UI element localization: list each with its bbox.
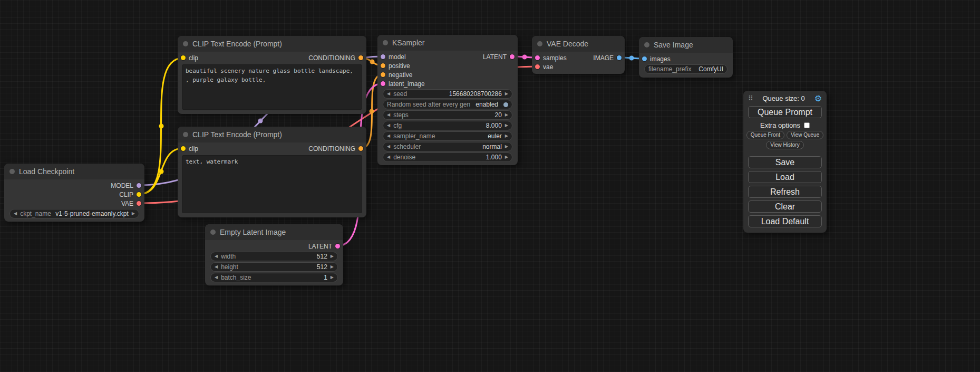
increment-arrow-icon[interactable]: ▶ — [505, 110, 508, 120]
load-button[interactable]: Load — [748, 171, 822, 183]
queue-prompt-button[interactable]: Queue Prompt — [748, 106, 822, 118]
node-title-bar[interactable]: Save Image — [639, 37, 733, 53]
decrement-arrow-icon[interactable]: ◀ — [14, 209, 17, 218]
output-dot-conditioning[interactable] — [358, 55, 363, 60]
input-dot-model[interactable] — [381, 54, 385, 59]
node-load-checkpoint[interactable]: Load Checkpoint MODEL CLIP VAE ◀ ckpt_na… — [4, 164, 144, 222]
output-dot-latent[interactable] — [335, 244, 340, 249]
node-ksampler[interactable]: KSampler model LATENT positive negative — [377, 35, 518, 165]
input-label-model: model — [389, 53, 406, 61]
decrement-arrow-icon[interactable]: ◀ — [215, 273, 218, 282]
increment-arrow-icon[interactable]: ▶ — [505, 131, 508, 141]
input-label-latent-image: latent_image — [389, 80, 425, 88]
input-dot-negative[interactable] — [381, 72, 385, 77]
widget-cfg[interactable]: ◀ cfg 8.000 ▶ — [383, 121, 512, 130]
node-title-bar[interactable]: VAE Decode — [532, 36, 625, 52]
prompt-textarea[interactable]: text, watermark — [182, 155, 362, 213]
drag-handle-icon[interactable]: ⠿ — [748, 94, 753, 102]
widget-steps[interactable]: ◀ steps 20 ▶ — [383, 110, 512, 120]
widget-label: denoise — [393, 154, 415, 161]
input-dot-vae[interactable] — [535, 64, 540, 69]
output-dot-image[interactable] — [617, 55, 622, 60]
decrement-arrow-icon[interactable]: ◀ — [387, 121, 390, 130]
increment-arrow-icon[interactable]: ▶ — [505, 142, 508, 151]
node-clip-text-encode-negative[interactable]: CLIP Text Encode (Prompt) clip CONDITION… — [178, 127, 366, 217]
decrement-arrow-icon[interactable]: ◀ — [387, 142, 390, 151]
node-collapse-dot-icon[interactable] — [183, 132, 188, 137]
node-clip-text-encode-positive[interactable]: CLIP Text Encode (Prompt) clip CONDITION… — [178, 36, 366, 114]
widget-batch-size[interactable]: ◀ batch_size 1 ▶ — [210, 273, 338, 282]
input-dot-samples[interactable] — [535, 55, 540, 60]
widget-denoise[interactable]: ◀ denoise 1.000 ▶ — [383, 152, 512, 162]
load-default-button[interactable]: Load Default — [748, 215, 822, 227]
node-title-bar[interactable]: KSampler — [377, 35, 518, 51]
decrement-arrow-icon[interactable]: ◀ — [387, 110, 390, 120]
increment-arrow-icon[interactable]: ▶ — [505, 89, 508, 99]
output-label-image: IMAGE — [593, 54, 614, 62]
output-dot-conditioning[interactable] — [358, 146, 363, 151]
node-title-bar[interactable]: CLIP Text Encode (Prompt) — [178, 36, 366, 52]
node-vae-decode[interactable]: VAE Decode samples IMAGE vae — [532, 36, 625, 74]
input-slot-samples: samples — [535, 54, 567, 62]
decrement-arrow-icon[interactable]: ◀ — [215, 262, 218, 272]
output-slot-model: MODEL — [111, 182, 141, 189]
output-dot-model[interactable] — [137, 183, 141, 188]
node-collapse-dot-icon[interactable] — [210, 230, 216, 235]
node-title-bar[interactable]: Empty Latent Image — [205, 224, 343, 240]
widget-value: ComfyUI — [698, 65, 723, 73]
input-dot-images[interactable] — [642, 56, 647, 61]
node-collapse-dot-icon[interactable] — [183, 41, 188, 46]
node-empty-latent-image[interactable]: Empty Latent Image LATENT ◀ width 512 ▶ … — [205, 224, 343, 285]
output-dot-latent[interactable] — [510, 54, 515, 59]
extra-options-checkbox[interactable] — [804, 122, 810, 128]
clear-button[interactable]: Clear — [748, 201, 822, 213]
view-history-button[interactable]: View History — [766, 141, 803, 149]
increment-arrow-icon[interactable]: ▶ — [331, 262, 334, 272]
widget-value: 512 — [317, 253, 327, 260]
input-slot-latent-image: latent_image — [381, 80, 425, 88]
increment-arrow-icon[interactable]: ▶ — [132, 209, 135, 218]
output-dot-vae[interactable] — [137, 201, 141, 206]
increment-arrow-icon[interactable]: ▶ — [331, 273, 334, 282]
input-dot-latent-image[interactable] — [381, 81, 385, 86]
toggle-dot-icon[interactable] — [503, 102, 508, 107]
widget-height[interactable]: ◀ height 512 ▶ — [210, 262, 338, 272]
widget-ckpt-name[interactable]: ◀ ckpt_name v1-5-pruned-emaonly.ckpt ▶ — [9, 209, 139, 218]
output-slot-image: IMAGE — [593, 54, 622, 62]
widget-width[interactable]: ◀ width 512 ▶ — [210, 252, 338, 261]
widget-random-seed-toggle[interactable]: Random seed after every gen enabled — [383, 100, 512, 109]
node-title-bar[interactable]: Load Checkpoint — [4, 164, 144, 179]
input-dot-positive[interactable] — [381, 63, 385, 68]
increment-arrow-icon[interactable]: ▶ — [505, 121, 508, 130]
save-button[interactable]: Save — [748, 156, 822, 168]
input-dot-clip[interactable] — [181, 55, 186, 60]
widget-value: normal — [482, 143, 502, 150]
widget-seed[interactable]: ◀ seed 156680208700286 ▶ — [383, 89, 512, 99]
widget-sampler-name[interactable]: ◀ sampler_name euler ▶ — [383, 131, 512, 141]
node-collapse-dot-icon[interactable] — [644, 42, 649, 47]
decrement-arrow-icon[interactable]: ◀ — [387, 131, 390, 141]
node-collapse-dot-icon[interactable] — [537, 41, 542, 46]
queue-front-button[interactable]: Queue Front — [746, 131, 784, 139]
output-slot-latent: LATENT — [308, 243, 340, 250]
view-queue-button[interactable]: View Queue — [787, 131, 823, 139]
increment-arrow-icon[interactable]: ▶ — [505, 152, 508, 162]
decrement-arrow-icon[interactable]: ◀ — [387, 89, 390, 99]
decrement-arrow-icon[interactable]: ◀ — [215, 252, 218, 261]
decrement-arrow-icon[interactable]: ◀ — [387, 152, 390, 162]
node-save-image[interactable]: Save Image images filename_prefix ComfyU… — [639, 37, 733, 78]
node-collapse-dot-icon[interactable] — [9, 169, 15, 174]
settings-gear-icon[interactable]: ⚙ — [814, 95, 822, 102]
output-dot-clip[interactable] — [137, 192, 141, 197]
widget-scheduler[interactable]: ◀ scheduler normal ▶ — [383, 142, 512, 151]
widget-filename-prefix[interactable]: filename_prefix ComfyUI — [644, 64, 727, 74]
node-collapse-dot-icon[interactable] — [383, 40, 388, 45]
prompt-textarea[interactable]: beautiful scenery nature glass bottle la… — [182, 64, 362, 110]
refresh-button[interactable]: Refresh — [748, 186, 822, 198]
node-title-bar[interactable]: CLIP Text Encode (Prompt) — [178, 127, 366, 142]
output-label-latent: LATENT — [308, 243, 332, 250]
input-dot-clip[interactable] — [181, 146, 186, 151]
node-title: Empty Latent Image — [220, 228, 286, 236]
increment-arrow-icon[interactable]: ▶ — [331, 252, 334, 261]
widget-value: 1.000 — [486, 154, 502, 161]
